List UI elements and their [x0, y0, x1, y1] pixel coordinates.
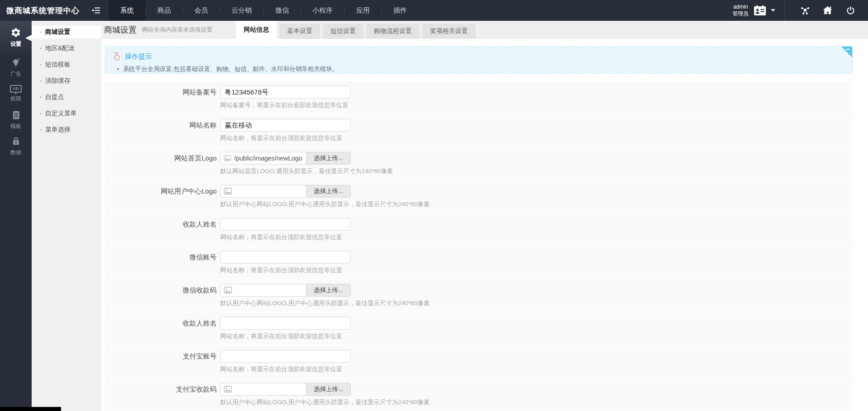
power-icon[interactable]: [845, 5, 856, 16]
menu-fold-icon[interactable]: [91, 6, 101, 15]
sidebar-item[interactable]: 数据: [0, 133, 32, 159]
upload-button[interactable]: 选择上传...: [306, 383, 351, 396]
sidebar-item-label: 模板: [10, 123, 21, 130]
field-area: 粤12345678号 选择上传... 网站备案号，将显示在前台底部欢迎信息等位置: [220, 81, 350, 113]
document-icon: [11, 110, 21, 120]
field-label: 网站名称: [105, 114, 217, 146]
sidebar-item[interactable]: 模板: [0, 107, 32, 133]
submenu-item[interactable]: 自提点: [32, 91, 101, 104]
topnav-item[interactable]: 微信: [264, 0, 301, 21]
form-row: 网站名称 赢在移动 选择: [105, 114, 853, 146]
submenu-item[interactable]: 地区&配送: [32, 42, 101, 55]
field-area: 选择上传... 网站名称，将显示在前台顶部欢迎信息等位置: [220, 312, 350, 345]
topnav-item[interactable]: 云分销: [220, 0, 264, 21]
sidebar-item-label: 广告: [10, 70, 21, 78]
home-icon[interactable]: [822, 5, 833, 16]
icon-sidebar: 设置 广告 权限 模板 数据: [0, 21, 32, 411]
tab[interactable]: 购物流程设置: [366, 24, 420, 39]
image-icon: [224, 386, 232, 393]
user-info[interactable]: admin 管理员: [732, 4, 749, 17]
upload-path-box[interactable]: [220, 383, 307, 396]
upload-path-box[interactable]: /public/images/newLogo.pn: [220, 152, 307, 165]
text-input[interactable]: [220, 317, 350, 330]
field-area: 选择上传... 网站名称，将显示在前台顶部欢迎信息等位置: [220, 213, 350, 246]
upload-field: 选择上传...: [220, 284, 430, 297]
tab[interactable]: 短信设置: [323, 24, 363, 39]
upload-button[interactable]: 选择上传...: [306, 185, 351, 198]
field-helper: 网站名称，将显示在前台顶部欢迎信息等位置: [220, 266, 350, 274]
submenu-item[interactable]: 清除缓存: [32, 75, 101, 87]
topnav-item[interactable]: 商品: [146, 0, 183, 21]
topnav-item[interactable]: 应用: [344, 0, 382, 21]
caret-down-icon[interactable]: [771, 9, 775, 12]
text-input[interactable]: [220, 86, 350, 99]
top-navigation: 系统商品会员云分销微信小程序应用插件: [108, 0, 419, 21]
submenu-item[interactable]: 商城设置: [32, 26, 101, 38]
lock-icon: [11, 136, 21, 146]
text-input[interactable]: [220, 251, 350, 264]
sidebar-item-label: 设置: [10, 40, 21, 48]
collapse-corner[interactable]: [841, 47, 852, 57]
tab[interactable]: 基本设置: [279, 24, 320, 39]
field-helper: 默认用户中心网站LOGO,用户中心通用头部显示，最佳显示尺寸为240*60像素: [220, 200, 430, 208]
gear-icon: [10, 27, 21, 38]
id-card-icon[interactable]: [753, 5, 767, 16]
topnav-item[interactable]: 小程序: [301, 0, 344, 21]
sidebar-item-label: 权限: [10, 95, 21, 103]
sidebar-item[interactable]: 权限: [0, 80, 32, 107]
settings-form: 网站备案号 粤12345678号: [105, 81, 853, 411]
ad-board-icon: [10, 85, 22, 93]
field-area: 赢在移动 选择上传... 网站名称，将显示在前台顶部欢迎信息等位置: [220, 114, 350, 146]
field-helper: 默认用户中心网站LOGO,用户中心通用头部显示，最佳显示尺寸为240*60像素: [220, 299, 430, 307]
share-nodes-icon[interactable]: [800, 5, 811, 16]
field-helper: 网站名称，将显示在前台顶部欢迎信息等位置: [220, 233, 350, 241]
content-body: 操作提示 系统平台全局设置,包括基础设置、购物、短信、邮件、水印和分销等相关模块…: [101, 39, 868, 411]
topnav-item[interactable]: 系统: [108, 0, 146, 21]
form-row: 支付宝收款码 选择上传: [105, 378, 853, 411]
gem-icon: [10, 57, 21, 68]
submenu-item[interactable]: 短信模板: [32, 58, 101, 71]
field-label: 网站备案号: [105, 81, 217, 113]
submenu-item[interactable]: 自定义菜单: [32, 107, 101, 120]
field-area: /public/images/newLogo.pn 选择上传... 默认网站首页…: [220, 147, 393, 180]
app-logo: 微商城系统管理中心: [6, 5, 80, 16]
bullet-dot: [117, 68, 119, 70]
sidebar-item[interactable]: 广告: [0, 54, 32, 80]
upload-button[interactable]: 选择上传...: [306, 152, 351, 165]
upload-button[interactable]: 选择上传...: [306, 284, 351, 297]
field-helper: 默认用户中心网站LOGO,用户中心通用头部显示，最佳显示尺寸为240*60像素: [220, 398, 430, 406]
submenu-panel: 商城设置地区&配送短信模板清除缓存自提点自定义菜单菜单选择: [32, 21, 101, 411]
upload-field: 选择上传...: [220, 383, 430, 396]
field-label: 支付宝账号: [105, 345, 217, 378]
tab[interactable]: 网站信息: [236, 21, 277, 39]
field-area: 选择上传... 默认用户中心网站LOGO,用户中心通用头部显示，最佳显示尺寸为2…: [220, 378, 430, 411]
active-section-arrow: [25, 35, 32, 41]
field-label: 支付宝收款码: [105, 378, 217, 411]
upload-path-text: /public/images/newLogo.pn: [234, 155, 303, 162]
field-helper: 网站名称，将显示在前台顶部欢迎信息等位置: [220, 332, 350, 340]
text-input[interactable]: [220, 350, 350, 363]
submenu-item[interactable]: 菜单选择: [32, 123, 101, 136]
field-label: 收款人姓名: [105, 213, 217, 246]
form-row: 微信收款码 选择上传.: [105, 279, 853, 312]
text-input[interactable]: [220, 218, 350, 231]
field-helper: 网站备案号，将显示在前台底部欢迎信息等位置: [220, 101, 350, 109]
user-zone: admin 管理员: [732, 0, 868, 21]
topnav-item[interactable]: 插件: [382, 0, 419, 21]
image-icon: [224, 155, 231, 162]
main-content: 商城设置 网站全局内容基本选项设置 网站信息基本设置短信设置购物流程设置奖项相关…: [101, 21, 868, 411]
user-name: admin: [732, 4, 749, 10]
topnav-item[interactable]: 会员: [183, 0, 220, 21]
upload-path-box[interactable]: [220, 284, 307, 297]
field-label: 微信收款码: [105, 279, 217, 312]
upload-path-box[interactable]: [220, 185, 307, 198]
field-label: 收款人姓名: [105, 312, 217, 345]
tab[interactable]: 奖项相关设置: [422, 24, 476, 39]
tips-alert: 操作提示 系统平台全局设置,包括基础设置、购物、短信、邮件、水印和分销等相关模块…: [105, 46, 853, 74]
text-input[interactable]: [220, 119, 350, 132]
form-row: 支付宝账号 选择上传.: [105, 345, 853, 378]
field-label: 网站首页Logo: [105, 147, 217, 180]
divider: [784, 0, 785, 21]
page-subtitle: 网站全局内容基本选项设置: [142, 26, 212, 34]
minus-icon: [846, 49, 850, 50]
